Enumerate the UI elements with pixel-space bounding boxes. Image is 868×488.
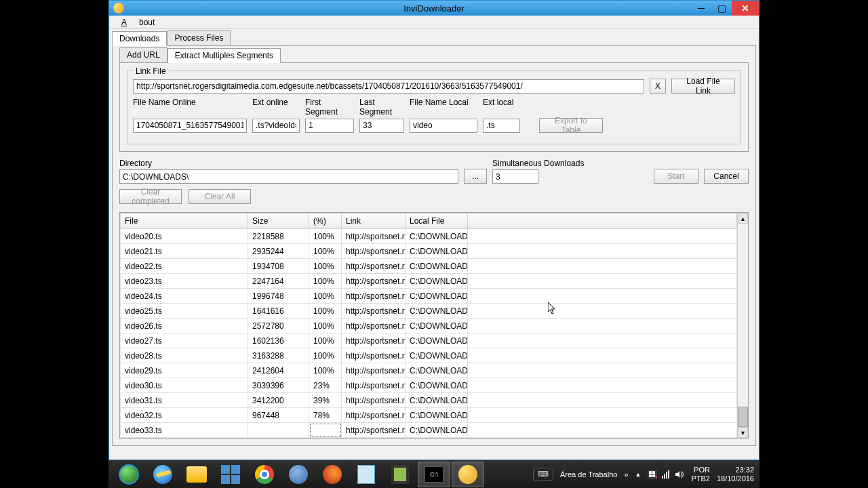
titlebar[interactable]: InviDownloader ─ ▢ ✕ (109, 1, 759, 16)
label-first-segment: First Segment (305, 98, 354, 117)
menu-about[interactable]: About (113, 16, 159, 28)
clear-url-button[interactable]: X (650, 79, 666, 94)
col-file[interactable]: File (121, 214, 248, 229)
svg-rect-3 (666, 472, 667, 479)
svg-rect-2 (664, 474, 665, 479)
taskbar-firefox-icon[interactable] (316, 462, 349, 487)
table-row[interactable]: video31.ts341220039%http://sportsnet.roç… (121, 393, 737, 408)
link-file-legend: Link File (133, 66, 169, 76)
vertical-scrollbar[interactable]: ▲ ▼ (737, 213, 748, 438)
tray-network-icon[interactable] (661, 470, 671, 479)
clear-all-button[interactable]: Clear All (189, 189, 251, 204)
col-size[interactable]: Size (248, 214, 309, 229)
label-last-segment: Last Segment (359, 98, 404, 117)
app-icon (113, 3, 124, 14)
tab-downloads[interactable]: Downloads (112, 31, 167, 46)
first-segment-input[interactable] (305, 119, 354, 133)
export-to-table-button[interactable]: Export to Table (539, 118, 603, 133)
label-file-name-local: File Name Local (410, 98, 477, 117)
col-spacer (468, 214, 737, 229)
taskbar-editor-icon[interactable] (384, 462, 416, 487)
scroll-up-icon[interactable]: ▲ (738, 213, 748, 224)
simultaneous-input[interactable] (492, 169, 538, 184)
table-row[interactable]: video30.ts303939623%http://sportsnet.roç… (121, 378, 737, 393)
table-row[interactable]: video20.ts2218588100%http://sportsnet.ro… (121, 229, 737, 244)
table-row[interactable]: video25.ts1641616100%http://sportsnet.ro… (121, 304, 737, 319)
start-button[interactable]: Start (654, 169, 698, 184)
desktop-toolbar-label[interactable]: Área de Trabalho (560, 470, 617, 479)
load-file-link-button[interactable]: Load File Link (671, 79, 735, 94)
taskbar[interactable]: C:\ ⌨ Área de Trabalho » ▲ POR PTB2 23:3… (108, 460, 760, 488)
taskbar-terminal-icon[interactable]: C:\ (418, 462, 450, 487)
label-simultaneous: Simultaneous Downloads (492, 159, 584, 168)
taskbar-notepad-icon[interactable] (350, 462, 382, 487)
downloads-table: File Size (%) Link Local File video20.ts… (119, 212, 749, 439)
table-row[interactable]: video32.ts96744878%http://sportsnet.roçC… (121, 408, 737, 423)
label-ext-local: Ext local (483, 98, 520, 117)
col-pct[interactable]: (%) (309, 214, 342, 229)
link-file-group: Link File X Load File Link File Name Onl… (127, 70, 741, 144)
minimize-button[interactable]: ─ (691, 1, 711, 16)
table-row[interactable]: video28.ts3163288100%http://sportsnet.ro… (121, 348, 737, 363)
ext-local-input[interactable] (483, 119, 520, 133)
col-link[interactable]: Link (342, 214, 406, 229)
file-name-online-input[interactable] (133, 119, 247, 133)
svg-rect-1 (662, 476, 663, 479)
tab-add-url[interactable]: Add URL (119, 47, 167, 62)
taskbar-chrome-icon[interactable] (248, 462, 281, 487)
table-row[interactable]: video23.ts2247164100%http://sportsnet.ro… (121, 274, 737, 289)
main-tabs: Downloads Process Files (112, 30, 756, 45)
clear-completed-button[interactable]: Clear completed (119, 189, 182, 204)
file-name-local-input[interactable] (410, 119, 477, 133)
url-input[interactable] (133, 79, 644, 94)
table-row[interactable]: video33.tshttp://sportsnet.roçC:\DOWNLOA… (121, 423, 737, 438)
app-window: InviDownloader ─ ▢ ✕ About Downloads Pro… (108, 0, 760, 460)
taskbar-start-icon[interactable] (113, 462, 145, 487)
tab-extract-segments[interactable]: Extract Multiples Segments (167, 48, 281, 63)
directory-input[interactable] (119, 169, 458, 184)
taskbar-ie-icon[interactable] (146, 462, 179, 487)
tray-language[interactable]: POR PTB2 (691, 466, 710, 483)
taskbar-app2-icon[interactable] (282, 462, 315, 487)
taskbar-invidownloader-icon[interactable] (452, 462, 484, 487)
tray-flag-icon[interactable] (648, 470, 657, 479)
tray-volume-icon[interactable] (675, 470, 684, 479)
col-local[interactable]: Local File (406, 214, 468, 229)
table-row[interactable]: video21.ts2935244100%http://sportsnet.ro… (121, 244, 737, 259)
sub-tabs: Add URL Extract Multiples Segments (119, 47, 749, 62)
scroll-down-icon[interactable]: ▼ (738, 427, 748, 438)
tray-clock[interactable]: 23:32 18/10/2016 (717, 466, 754, 483)
maximize-button[interactable]: ▢ (711, 1, 732, 16)
label-file-name-online: File Name Online (133, 98, 247, 117)
ext-online-input[interactable] (252, 119, 300, 133)
close-button[interactable]: ✕ (732, 1, 759, 16)
table-row[interactable]: video24.ts1996748100%http://sportsnet.ro… (121, 289, 737, 304)
menubar: About (109, 16, 759, 29)
label-ext-online: Ext online (252, 98, 300, 117)
svg-rect-4 (668, 470, 669, 479)
table-row[interactable]: video26.ts2572780100%http://sportsnet.ro… (121, 319, 737, 333)
table-row[interactable]: video22.ts1934708100%http://sportsnet.ro… (121, 259, 737, 274)
window-title: InviDownloader (109, 3, 759, 14)
table-row[interactable]: video29.ts2412604100%http://sportsnet.ro… (121, 363, 737, 378)
chevron-right-icon[interactable]: » (624, 470, 628, 479)
table-row[interactable]: video27.ts1602136100%http://sportsnet.ro… (121, 333, 737, 348)
onscreen-keyboard-icon[interactable]: ⌨ (533, 468, 553, 481)
label-directory: Directory (119, 159, 458, 168)
cancel-button[interactable]: Cancel (704, 169, 749, 184)
tab-process-files[interactable]: Process Files (167, 30, 231, 45)
browse-button[interactable]: ... (464, 169, 487, 184)
taskbar-app1-icon[interactable] (214, 462, 247, 487)
taskbar-explorer-icon[interactable] (180, 462, 213, 487)
scroll-thumb[interactable] (738, 407, 748, 427)
show-hidden-icon[interactable]: ▲ (635, 471, 642, 478)
last-segment-input[interactable] (359, 119, 404, 133)
